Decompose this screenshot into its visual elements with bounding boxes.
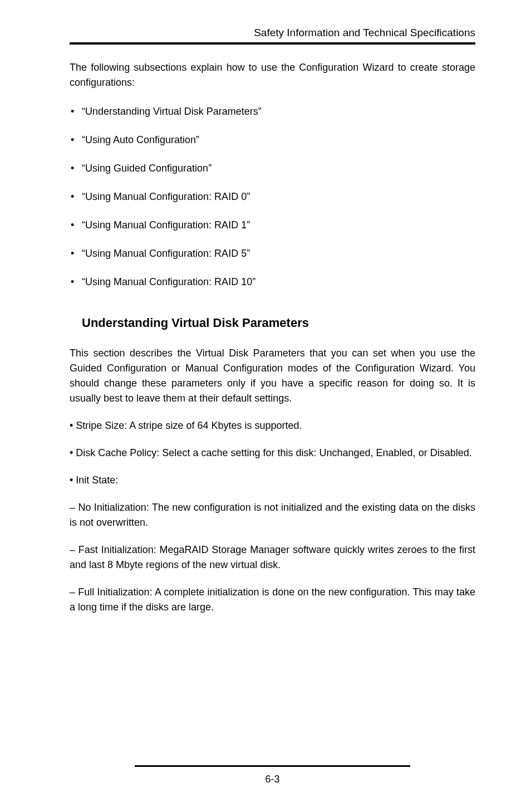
body-paragraph: • Init State: [70, 473, 475, 488]
body-paragraph: • Disk Cache Policy: Select a cache sett… [70, 446, 475, 461]
footer: 6-3 [70, 765, 475, 785]
bullet-list: “Understanding Virtual Disk Parameters” … [70, 106, 475, 288]
list-item: “Using Manual Configuration: RAID 10” [70, 276, 475, 288]
list-item: “Using Manual Configuration: RAID 5” [70, 248, 475, 260]
list-item: “Using Guided Configuration” [70, 163, 475, 174]
list-item: “Using Manual Configuration: RAID 0” [70, 191, 475, 203]
page-number: 6-3 [70, 774, 475, 785]
list-item: “Understanding Virtual Disk Parameters” [70, 106, 475, 118]
body-paragraph: – Full Initialization: A complete initia… [70, 585, 475, 615]
footer-rule [135, 765, 411, 767]
body-paragraph: – Fast Initialization: MegaRAID Storage … [70, 542, 475, 573]
body-paragraph: This section describes the Virtual Disk … [70, 346, 475, 406]
list-item: “Using Auto Configuration” [70, 134, 475, 146]
list-item: “Using Manual Configuration: RAID 1” [70, 219, 475, 231]
body-paragraph: – No Initialization: The new configurati… [70, 500, 475, 530]
section-heading: Understanding Virtual Disk Parameters [82, 316, 475, 330]
header-rule [70, 42, 475, 45]
body-paragraph: • Stripe Size: A stripe size of 64 Kbyte… [70, 418, 475, 433]
page-header: Safety Information and Technical Specifi… [70, 27, 475, 39]
intro-paragraph: The following subsections explain how to… [70, 60, 475, 90]
